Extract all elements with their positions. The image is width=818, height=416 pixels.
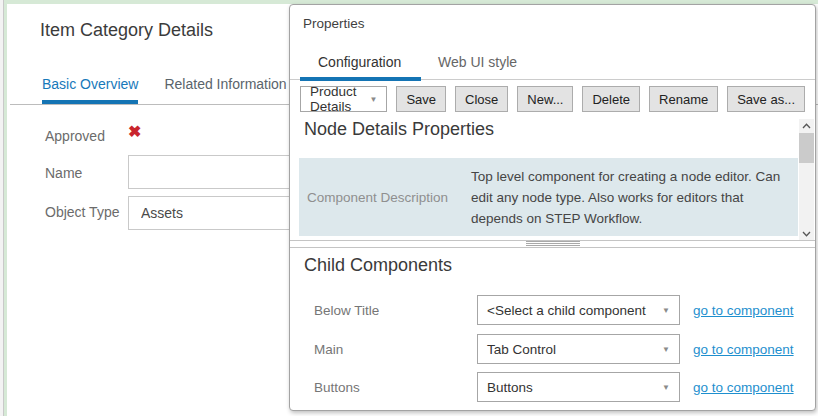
buttons-select[interactable]: Buttons ▼ <box>477 372 680 402</box>
tab-basic-overview[interactable]: Basic Overview <box>42 76 138 104</box>
new-button[interactable]: New... <box>517 86 573 112</box>
main-select[interactable]: Tab Control ▼ <box>477 334 680 364</box>
child-row-main: Main Tab Control ▼ go to component <box>314 334 805 364</box>
approved-label: Approved <box>45 128 105 144</box>
save-button[interactable]: Save <box>396 86 446 112</box>
name-label: Name <box>45 165 82 181</box>
buttons-go-to-component-link[interactable]: go to component <box>693 380 794 395</box>
details-scrollbar[interactable] <box>799 119 814 241</box>
chevron-down-icon <box>802 231 811 237</box>
component-description-label: Component Description <box>299 158 471 236</box>
buttons-label: Buttons <box>314 380 477 395</box>
below-title-go-to-component-link[interactable]: go to component <box>693 303 794 318</box>
page-tabbar: Basic Overview Related Information <box>42 76 287 104</box>
window-edge-green <box>4 0 7 416</box>
component-select-value: Product Details <box>310 84 362 114</box>
child-row-below-title: Below Title <Select a child component ▼ … <box>314 295 805 325</box>
toolbar-buttons: Save Close New... Delete Rename Save as.… <box>396 86 805 112</box>
save-as-button[interactable]: Save as... <box>727 86 805 112</box>
dropdown-arrow-icon: ▼ <box>662 383 670 392</box>
buttons-select-value: Buttons <box>487 380 533 395</box>
child-components-heading: Child Components <box>304 255 452 276</box>
dropdown-arrow-icon: ▼ <box>370 95 378 104</box>
component-select[interactable]: Product Details ▼ <box>300 86 387 112</box>
close-button[interactable]: Close <box>455 86 508 112</box>
dropdown-arrow-icon: ▼ <box>662 306 670 315</box>
scrollbar-thumb[interactable] <box>799 133 814 163</box>
active-tab-underline <box>300 77 421 81</box>
below-title-select-value: <Select a child component <box>487 303 646 318</box>
section-splitter[interactable] <box>290 240 815 248</box>
tab-web-ui-style[interactable]: Web UI style <box>438 54 517 70</box>
scrollbar-down-button[interactable] <box>799 227 814 241</box>
object-type-label: Object Type <box>45 204 119 220</box>
panel-toolbar: Product Details ▼ Save Close New... Dele… <box>300 86 805 112</box>
tab-configuration[interactable]: Configuration <box>318 54 401 70</box>
below-title-label: Below Title <box>314 303 477 318</box>
main-label: Main <box>314 342 477 357</box>
scrollbar-up-button[interactable] <box>799 119 814 133</box>
properties-panel: Properties Configuration Web UI style Pr… <box>289 4 816 411</box>
main-select-value: Tab Control <box>487 342 556 357</box>
dropdown-arrow-icon: ▼ <box>662 345 670 354</box>
rename-button[interactable]: Rename <box>649 86 718 112</box>
below-title-select[interactable]: <Select a child component ▼ <box>477 295 680 325</box>
component-description-text: Top level component for creating a node … <box>471 158 793 236</box>
red-x-icon: ✖ <box>128 122 141 141</box>
tab-related-information[interactable]: Related Information <box>164 76 286 104</box>
child-row-buttons: Buttons Buttons ▼ go to component <box>314 372 805 402</box>
component-description-row: Component Description Top level componen… <box>299 158 798 236</box>
page-title: Item Category Details <box>40 20 213 41</box>
chevron-up-icon <box>802 123 811 129</box>
main-go-to-component-link[interactable]: go to component <box>693 342 794 357</box>
splitter-handle-icon[interactable] <box>526 241 580 247</box>
details-section-heading: Node Details Properties <box>304 119 494 140</box>
delete-button[interactable]: Delete <box>582 86 640 112</box>
